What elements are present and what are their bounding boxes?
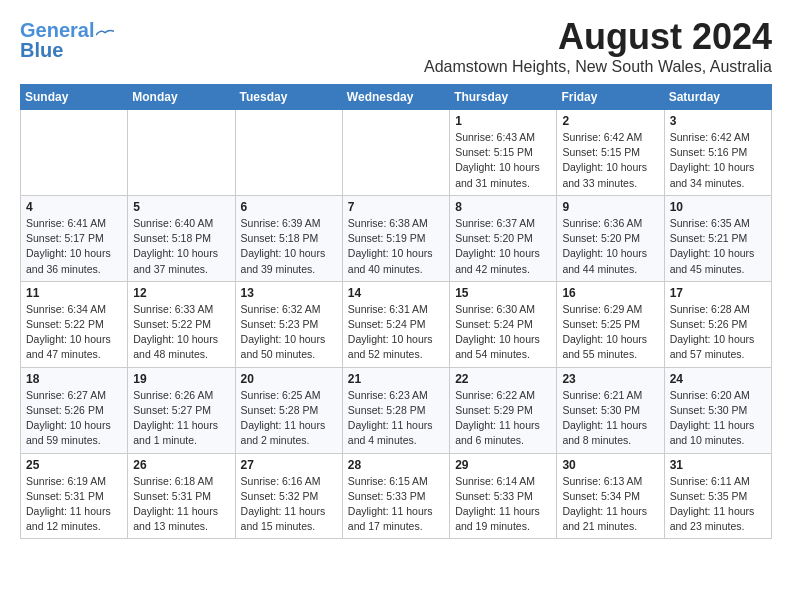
day-number: 4 xyxy=(26,200,122,214)
day-info: Sunrise: 6:13 AMSunset: 5:34 PMDaylight:… xyxy=(562,474,658,535)
calendar-cell: 11Sunrise: 6:34 AMSunset: 5:22 PMDayligh… xyxy=(21,281,128,367)
calendar-body: 1Sunrise: 6:43 AMSunset: 5:15 PMDaylight… xyxy=(21,110,772,539)
day-number: 30 xyxy=(562,458,658,472)
day-number: 8 xyxy=(455,200,551,214)
calendar-cell: 19Sunrise: 6:26 AMSunset: 5:27 PMDayligh… xyxy=(128,367,235,453)
day-info: Sunrise: 6:35 AMSunset: 5:21 PMDaylight:… xyxy=(670,216,766,277)
day-info: Sunrise: 6:20 AMSunset: 5:30 PMDaylight:… xyxy=(670,388,766,449)
day-info: Sunrise: 6:36 AMSunset: 5:20 PMDaylight:… xyxy=(562,216,658,277)
calendar-cell: 31Sunrise: 6:11 AMSunset: 5:35 PMDayligh… xyxy=(664,453,771,539)
calendar-week-1: 1Sunrise: 6:43 AMSunset: 5:15 PMDaylight… xyxy=(21,110,772,196)
day-number: 29 xyxy=(455,458,551,472)
day-info: Sunrise: 6:37 AMSunset: 5:20 PMDaylight:… xyxy=(455,216,551,277)
logo-text: General Blue xyxy=(20,20,94,60)
calendar-cell: 30Sunrise: 6:13 AMSunset: 5:34 PMDayligh… xyxy=(557,453,664,539)
day-number: 6 xyxy=(241,200,337,214)
day-number: 1 xyxy=(455,114,551,128)
page-title: August 2024 xyxy=(424,16,772,58)
calendar-week-3: 11Sunrise: 6:34 AMSunset: 5:22 PMDayligh… xyxy=(21,281,772,367)
day-info: Sunrise: 6:32 AMSunset: 5:23 PMDaylight:… xyxy=(241,302,337,363)
day-number: 20 xyxy=(241,372,337,386)
calendar-cell: 6Sunrise: 6:39 AMSunset: 5:18 PMDaylight… xyxy=(235,195,342,281)
calendar-header: SundayMondayTuesdayWednesdayThursdayFrid… xyxy=(21,85,772,110)
calendar-cell: 13Sunrise: 6:32 AMSunset: 5:23 PMDayligh… xyxy=(235,281,342,367)
calendar-cell: 12Sunrise: 6:33 AMSunset: 5:22 PMDayligh… xyxy=(128,281,235,367)
calendar-cell: 9Sunrise: 6:36 AMSunset: 5:20 PMDaylight… xyxy=(557,195,664,281)
weekday-header-monday: Monday xyxy=(128,85,235,110)
day-info: Sunrise: 6:38 AMSunset: 5:19 PMDaylight:… xyxy=(348,216,444,277)
day-number: 27 xyxy=(241,458,337,472)
calendar-cell: 28Sunrise: 6:15 AMSunset: 5:33 PMDayligh… xyxy=(342,453,449,539)
day-info: Sunrise: 6:22 AMSunset: 5:29 PMDaylight:… xyxy=(455,388,551,449)
day-info: Sunrise: 6:26 AMSunset: 5:27 PMDaylight:… xyxy=(133,388,229,449)
day-info: Sunrise: 6:21 AMSunset: 5:30 PMDaylight:… xyxy=(562,388,658,449)
day-number: 22 xyxy=(455,372,551,386)
day-info: Sunrise: 6:16 AMSunset: 5:32 PMDaylight:… xyxy=(241,474,337,535)
day-number: 18 xyxy=(26,372,122,386)
day-number: 7 xyxy=(348,200,444,214)
calendar-cell: 18Sunrise: 6:27 AMSunset: 5:26 PMDayligh… xyxy=(21,367,128,453)
day-info: Sunrise: 6:25 AMSunset: 5:28 PMDaylight:… xyxy=(241,388,337,449)
day-number: 13 xyxy=(241,286,337,300)
calendar-week-2: 4Sunrise: 6:41 AMSunset: 5:17 PMDaylight… xyxy=(21,195,772,281)
day-number: 26 xyxy=(133,458,229,472)
calendar-cell: 20Sunrise: 6:25 AMSunset: 5:28 PMDayligh… xyxy=(235,367,342,453)
calendar-cell: 17Sunrise: 6:28 AMSunset: 5:26 PMDayligh… xyxy=(664,281,771,367)
logo: General Blue xyxy=(20,20,114,60)
day-info: Sunrise: 6:41 AMSunset: 5:17 PMDaylight:… xyxy=(26,216,122,277)
day-number: 21 xyxy=(348,372,444,386)
day-number: 11 xyxy=(26,286,122,300)
calendar-cell xyxy=(342,110,449,196)
day-info: Sunrise: 6:18 AMSunset: 5:31 PMDaylight:… xyxy=(133,474,229,535)
weekday-header-saturday: Saturday xyxy=(664,85,771,110)
weekday-header-tuesday: Tuesday xyxy=(235,85,342,110)
weekday-header-row: SundayMondayTuesdayWednesdayThursdayFrid… xyxy=(21,85,772,110)
day-number: 14 xyxy=(348,286,444,300)
calendar-cell: 23Sunrise: 6:21 AMSunset: 5:30 PMDayligh… xyxy=(557,367,664,453)
day-info: Sunrise: 6:29 AMSunset: 5:25 PMDaylight:… xyxy=(562,302,658,363)
calendar-cell: 15Sunrise: 6:30 AMSunset: 5:24 PMDayligh… xyxy=(450,281,557,367)
calendar-week-4: 18Sunrise: 6:27 AMSunset: 5:26 PMDayligh… xyxy=(21,367,772,453)
day-info: Sunrise: 6:11 AMSunset: 5:35 PMDaylight:… xyxy=(670,474,766,535)
day-number: 24 xyxy=(670,372,766,386)
day-info: Sunrise: 6:31 AMSunset: 5:24 PMDaylight:… xyxy=(348,302,444,363)
weekday-header-friday: Friday xyxy=(557,85,664,110)
calendar-cell: 22Sunrise: 6:22 AMSunset: 5:29 PMDayligh… xyxy=(450,367,557,453)
day-info: Sunrise: 6:43 AMSunset: 5:15 PMDaylight:… xyxy=(455,130,551,191)
day-number: 9 xyxy=(562,200,658,214)
calendar-cell: 1Sunrise: 6:43 AMSunset: 5:15 PMDaylight… xyxy=(450,110,557,196)
weekday-header-wednesday: Wednesday xyxy=(342,85,449,110)
day-number: 10 xyxy=(670,200,766,214)
calendar-cell: 7Sunrise: 6:38 AMSunset: 5:19 PMDaylight… xyxy=(342,195,449,281)
calendar-cell xyxy=(128,110,235,196)
calendar-cell: 5Sunrise: 6:40 AMSunset: 5:18 PMDaylight… xyxy=(128,195,235,281)
weekday-header-thursday: Thursday xyxy=(450,85,557,110)
calendar-cell: 25Sunrise: 6:19 AMSunset: 5:31 PMDayligh… xyxy=(21,453,128,539)
day-info: Sunrise: 6:40 AMSunset: 5:18 PMDaylight:… xyxy=(133,216,229,277)
calendar-cell: 29Sunrise: 6:14 AMSunset: 5:33 PMDayligh… xyxy=(450,453,557,539)
day-number: 28 xyxy=(348,458,444,472)
calendar-table: SundayMondayTuesdayWednesdayThursdayFrid… xyxy=(20,84,772,539)
day-number: 5 xyxy=(133,200,229,214)
header: General Blue August 2024 Adamstown Heigh… xyxy=(20,16,772,76)
day-info: Sunrise: 6:28 AMSunset: 5:26 PMDaylight:… xyxy=(670,302,766,363)
calendar-cell: 16Sunrise: 6:29 AMSunset: 5:25 PMDayligh… xyxy=(557,281,664,367)
day-info: Sunrise: 6:33 AMSunset: 5:22 PMDaylight:… xyxy=(133,302,229,363)
day-number: 23 xyxy=(562,372,658,386)
day-number: 25 xyxy=(26,458,122,472)
day-number: 3 xyxy=(670,114,766,128)
title-area: August 2024 Adamstown Heights, New South… xyxy=(424,16,772,76)
calendar-cell: 3Sunrise: 6:42 AMSunset: 5:16 PMDaylight… xyxy=(664,110,771,196)
calendar-cell xyxy=(235,110,342,196)
calendar-cell: 24Sunrise: 6:20 AMSunset: 5:30 PMDayligh… xyxy=(664,367,771,453)
day-info: Sunrise: 6:14 AMSunset: 5:33 PMDaylight:… xyxy=(455,474,551,535)
day-number: 2 xyxy=(562,114,658,128)
day-number: 17 xyxy=(670,286,766,300)
day-number: 12 xyxy=(133,286,229,300)
calendar-cell: 4Sunrise: 6:41 AMSunset: 5:17 PMDaylight… xyxy=(21,195,128,281)
calendar-cell: 10Sunrise: 6:35 AMSunset: 5:21 PMDayligh… xyxy=(664,195,771,281)
day-number: 15 xyxy=(455,286,551,300)
calendar-cell: 8Sunrise: 6:37 AMSunset: 5:20 PMDaylight… xyxy=(450,195,557,281)
calendar-cell xyxy=(21,110,128,196)
day-info: Sunrise: 6:42 AMSunset: 5:15 PMDaylight:… xyxy=(562,130,658,191)
